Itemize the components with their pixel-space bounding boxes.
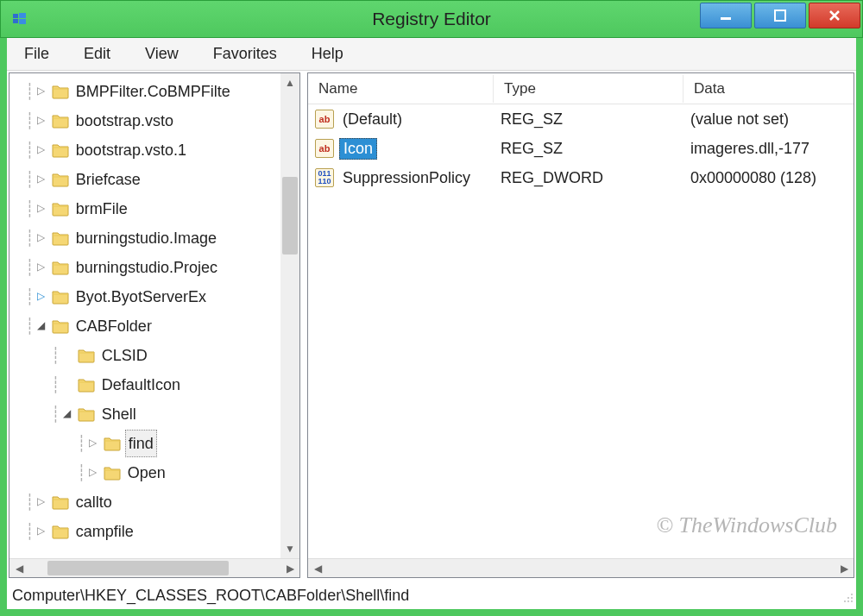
expand-icon[interactable]: ▷ bbox=[34, 229, 49, 246]
tree-line: ┊ bbox=[25, 138, 34, 163]
folder-icon bbox=[51, 170, 70, 189]
tree-item-label: Shell bbox=[99, 401, 139, 428]
tree-item-label: burningstudio.Projec bbox=[73, 255, 220, 281]
folder-icon bbox=[77, 346, 96, 365]
folder-icon bbox=[51, 317, 70, 336]
folder-icon bbox=[51, 522, 70, 541]
scroll-left-icon[interactable]: ◀ bbox=[9, 559, 28, 577]
values-pane: Name Type Data ab(Default)REG_SZ(value n… bbox=[307, 72, 854, 578]
value-name: SuppressionPolicy bbox=[339, 168, 474, 188]
value-row[interactable]: abIconREG_SZimageres.dll,-177 bbox=[308, 134, 854, 163]
menu-file[interactable]: File bbox=[7, 40, 66, 68]
expand-icon[interactable]: ▷ bbox=[85, 435, 101, 451]
tree-item-label: CABFolder bbox=[73, 313, 154, 340]
folder-icon bbox=[51, 111, 70, 130]
tree-item[interactable]: ┊▷bootstrap.vsto.1 bbox=[9, 135, 280, 165]
svg-point-9 bbox=[844, 600, 846, 602]
svg-rect-5 bbox=[775, 10, 785, 21]
tree-line: ┊ bbox=[25, 197, 34, 222]
value-name: (Default) bbox=[339, 110, 406, 129]
svg-point-11 bbox=[851, 600, 853, 602]
tree-item[interactable]: ┊◢CABFolder bbox=[9, 311, 280, 341]
tree-line: ┊ bbox=[77, 461, 85, 486]
tree-line: ┊ bbox=[25, 519, 34, 544]
expand-icon[interactable]: ▷ bbox=[34, 259, 49, 275]
maximize-button[interactable] bbox=[754, 3, 806, 28]
tree-line: ┊ bbox=[25, 226, 34, 251]
folder-icon bbox=[103, 434, 122, 453]
scroll-left-icon[interactable]: ◀ bbox=[308, 559, 327, 577]
tree-line: ┊ bbox=[51, 402, 60, 427]
tree-line: ┊ bbox=[77, 431, 85, 456]
tree-item[interactable]: ┊DefaultIcon bbox=[9, 370, 280, 399]
collapse-icon[interactable]: ◢ bbox=[60, 405, 75, 422]
tree-item[interactable]: ┊▷BMPFilter.CoBMPFilte bbox=[9, 77, 280, 106]
tree-line: ┊ bbox=[25, 79, 34, 104]
values-hscrollbar[interactable]: ◀ ▶ bbox=[308, 558, 854, 577]
values-list[interactable]: ab(Default)REG_SZ(value not set)abIconRE… bbox=[308, 104, 854, 192]
tree-item[interactable]: ┊▷campfile bbox=[9, 517, 280, 546]
expand-icon[interactable]: ▷ bbox=[34, 493, 49, 510]
scroll-down-icon[interactable]: ▼ bbox=[280, 539, 299, 558]
column-data[interactable]: Data bbox=[683, 75, 854, 103]
tree-item-label: burningstudio.Image bbox=[73, 225, 219, 252]
tree-item[interactable]: ┊▷callto bbox=[9, 487, 280, 517]
tree-item[interactable]: ┊▷find bbox=[9, 429, 280, 458]
string-value-icon: ab bbox=[315, 139, 334, 158]
folder-icon bbox=[51, 493, 70, 512]
tree-hscrollbar[interactable]: ◀ ▶ bbox=[9, 558, 299, 577]
scroll-up-icon[interactable]: ▲ bbox=[280, 73, 299, 92]
column-type[interactable]: Type bbox=[494, 75, 683, 103]
tree-item[interactable]: ┊▷bootstrap.vsto bbox=[9, 106, 280, 135]
tree-item-label: Briefcase bbox=[73, 167, 143, 193]
resize-grip-icon[interactable] bbox=[837, 587, 854, 604]
column-name[interactable]: Name bbox=[308, 75, 494, 103]
expand-icon[interactable]: ▷ bbox=[34, 200, 49, 217]
tree-item[interactable]: ┊▷brmFile bbox=[9, 194, 280, 223]
tree-line: ┊ bbox=[51, 373, 60, 398]
tree-item-label: Open bbox=[125, 460, 168, 487]
scroll-right-icon[interactable]: ▶ bbox=[835, 559, 854, 577]
expand-icon[interactable]: ▷ bbox=[34, 141, 49, 158]
folder-icon bbox=[77, 405, 96, 424]
tree-item[interactable]: ┊▷Open bbox=[9, 458, 280, 487]
statusbar: Computer\HKEY_CLASSES_ROOT\CABFolder\She… bbox=[9, 581, 854, 609]
svg-point-8 bbox=[851, 597, 853, 599]
tree-line: ┊ bbox=[25, 255, 34, 280]
menu-help[interactable]: Help bbox=[294, 40, 361, 68]
tree-item[interactable]: ┊◢Shell bbox=[9, 399, 280, 429]
tree-item[interactable]: ┊▷burningstudio.Projec bbox=[9, 253, 280, 282]
menu-favorites[interactable]: Favorites bbox=[196, 40, 294, 68]
expand-icon[interactable]: ▷ bbox=[34, 112, 49, 129]
close-button[interactable] bbox=[809, 3, 860, 28]
minimize-button[interactable] bbox=[700, 3, 752, 28]
tree-item[interactable]: ┊CLSID bbox=[9, 341, 280, 370]
value-type: REG_DWORD bbox=[501, 169, 603, 187]
registry-tree[interactable]: ┊▷BMPFilter.CoBMPFilte┊▷bootstrap.vsto┊▷… bbox=[9, 73, 280, 558]
value-row[interactable]: ab(Default)REG_SZ(value not set) bbox=[308, 104, 854, 134]
folder-icon bbox=[51, 258, 70, 277]
scroll-thumb[interactable] bbox=[282, 177, 298, 255]
tree-item-label: BMPFilter.CoBMPFilte bbox=[73, 79, 233, 105]
expand-icon[interactable]: ▷ bbox=[34, 171, 49, 187]
collapse-icon[interactable]: ◢ bbox=[34, 317, 49, 334]
tree-item-label: DefaultIcon bbox=[99, 372, 183, 399]
titlebar: Registry Editor bbox=[0, 0, 863, 38]
menu-view[interactable]: View bbox=[128, 40, 196, 68]
folder-icon bbox=[77, 375, 96, 394]
scroll-thumb[interactable] bbox=[47, 561, 229, 575]
expand-icon[interactable]: ▷ bbox=[85, 464, 101, 481]
statusbar-path: Computer\HKEY_CLASSES_ROOT\CABFolder\She… bbox=[12, 587, 409, 605]
value-row[interactable]: 011110SuppressionPolicyREG_DWORD0x000000… bbox=[308, 163, 854, 192]
menu-edit[interactable]: Edit bbox=[66, 40, 128, 68]
expand-icon[interactable]: ▷ bbox=[34, 523, 49, 539]
tree-item[interactable]: ┊▷Briefcase bbox=[9, 165, 280, 194]
value-data: 0x00000080 (128) bbox=[690, 169, 816, 187]
expand-icon[interactable]: ▷ bbox=[34, 83, 49, 99]
tree-item[interactable]: ┊▷burningstudio.Image bbox=[9, 223, 280, 253]
expand-icon[interactable]: ▷ bbox=[34, 288, 49, 305]
scroll-right-icon[interactable]: ▶ bbox=[280, 559, 299, 577]
tree-vscrollbar[interactable]: ▲ ▼ bbox=[280, 73, 299, 558]
svg-rect-1 bbox=[19, 13, 26, 18]
tree-item[interactable]: ┊▷Byot.ByotServerEx bbox=[9, 282, 280, 311]
